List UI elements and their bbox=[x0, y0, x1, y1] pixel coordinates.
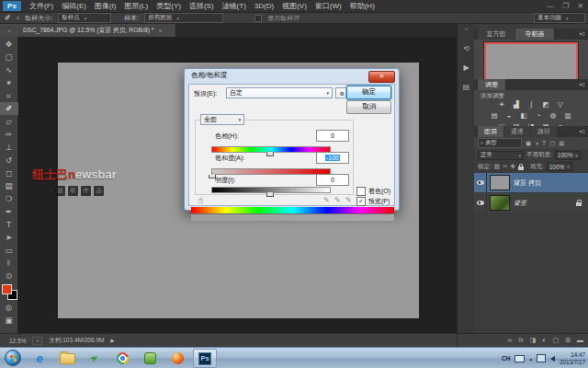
actions-panel-icon[interactable]: ▶ bbox=[463, 63, 469, 72]
menu-window[interactable]: 窗口(W) bbox=[315, 1, 342, 11]
lock-pixels-icon[interactable]: ✑ bbox=[503, 163, 507, 170]
history-brush-tool[interactable]: ↺ bbox=[0, 154, 18, 167]
dock-collapse-icon[interactable]: « bbox=[465, 24, 468, 33]
layer-group-icon[interactable]: ▢ bbox=[553, 337, 560, 344]
marquee-tool[interactable]: ▢ bbox=[0, 51, 18, 63]
brightness-contrast-icon[interactable]: ☀ bbox=[496, 100, 508, 109]
type-tool[interactable]: T bbox=[0, 218, 18, 231]
menu-select[interactable]: 选择(S) bbox=[189, 1, 214, 11]
filter-pixel-layers-icon[interactable]: ▣ bbox=[526, 140, 531, 147]
pen-tool[interactable]: ✒ bbox=[0, 205, 18, 218]
tab-adjustments[interactable]: 调整 bbox=[478, 79, 505, 90]
layer-thumbnail[interactable] bbox=[491, 196, 509, 210]
show-hidden-icons[interactable]: ▴ bbox=[529, 356, 532, 362]
curves-icon[interactable]: ∫ bbox=[526, 100, 537, 109]
black-white-icon[interactable]: ◧ bbox=[518, 111, 530, 120]
cancel-button[interactable]: 取消 bbox=[346, 100, 391, 114]
delete-layer-icon[interactable]: ▬ bbox=[577, 337, 583, 344]
tab-paths[interactable]: 路径 bbox=[531, 126, 557, 137]
close-button[interactable]: ✕ bbox=[577, 2, 583, 10]
zoom-tool[interactable]: ⊙ bbox=[0, 270, 18, 282]
filter-type-layers-icon[interactable]: T bbox=[542, 140, 546, 146]
lasso-tool[interactable]: ∿ bbox=[0, 63, 18, 76]
shape-tool[interactable]: ▭ bbox=[0, 244, 18, 257]
saturation-input[interactable]: -100 bbox=[316, 152, 349, 164]
ok-button[interactable]: 确定 bbox=[346, 86, 391, 99]
opacity-dropdown[interactable]: 100% ▾ bbox=[555, 151, 581, 160]
channel-dropdown[interactable]: 全图 ▾ bbox=[200, 114, 244, 125]
menu-3d[interactable]: 3D(D) bbox=[254, 2, 274, 10]
visibility-cell[interactable] bbox=[474, 173, 487, 192]
new-layer-icon[interactable]: ⊞ bbox=[565, 337, 571, 344]
taskbar-green-arrow-app[interactable]: ➤ bbox=[83, 349, 107, 368]
layer-filter-dropdown[interactable]: ⌕ 类型 bbox=[478, 138, 522, 148]
sample-size-dropdown[interactable]: 取样点 ▾ bbox=[58, 13, 111, 23]
eyedropper-sample-icon[interactable]: ✎ bbox=[323, 196, 330, 204]
layer-style-icon[interactable]: fx bbox=[519, 337, 524, 344]
menu-view[interactable]: 视图(V) bbox=[282, 1, 307, 11]
filter-shape-layers-icon[interactable]: ▢ bbox=[549, 140, 555, 147]
show-sampling-ring-checkbox[interactable] bbox=[254, 15, 262, 22]
menu-layer[interactable]: 图层(L) bbox=[124, 1, 148, 11]
exposure-icon[interactable]: ◩ bbox=[540, 100, 552, 109]
menu-type[interactable]: 类型(Y) bbox=[156, 1, 181, 11]
layer-mask-icon[interactable]: ◨ bbox=[530, 337, 537, 344]
tab-layers[interactable]: 图层 bbox=[478, 126, 503, 137]
healing-brush-tool[interactable]: ▱ bbox=[0, 115, 18, 128]
vibrance-icon[interactable]: ▽ bbox=[555, 100, 567, 109]
minimize-button[interactable]: — bbox=[547, 2, 554, 10]
tab-close-icon[interactable]: × bbox=[159, 28, 163, 34]
tab-histogram[interactable]: 直方图 bbox=[478, 29, 514, 40]
eyedropper-subtract-icon[interactable]: ✎ bbox=[345, 196, 352, 204]
language-indicator[interactable]: CH bbox=[502, 355, 510, 362]
status-arrow-icon[interactable]: ▶ bbox=[110, 338, 114, 343]
blend-mode-dropdown[interactable]: 正常 ▾ bbox=[478, 151, 524, 160]
menu-filter[interactable]: 滤镜(T) bbox=[222, 1, 246, 11]
preset-dropdown[interactable]: 自定 ▾ bbox=[226, 87, 333, 98]
quick-mask-button[interactable]: ◎ bbox=[0, 301, 18, 314]
eyedropper-tool[interactable]: ✐ bbox=[0, 102, 18, 115]
menu-file[interactable]: 文件(F) bbox=[29, 1, 53, 11]
lock-transparency-icon[interactable]: ▨ bbox=[494, 163, 500, 170]
on-image-adjustment-hand-icon[interactable]: ☝ bbox=[198, 195, 203, 205]
toolbar-collapse-header[interactable]: » bbox=[0, 24, 18, 38]
levels-icon[interactable]: ▟ bbox=[511, 100, 523, 109]
panel-menu-icon[interactable]: ▾≡ bbox=[579, 30, 585, 37]
taskbar-red-orb-app[interactable] bbox=[165, 349, 189, 368]
panel-menu-icon[interactable]: ▾≡ bbox=[579, 128, 585, 134]
crop-tool[interactable]: ⌗ bbox=[0, 89, 18, 102]
taskbar-green-app[interactable] bbox=[138, 349, 162, 368]
start-button[interactable] bbox=[5, 350, 21, 366]
hue-saturation-icon[interactable]: ▤ bbox=[489, 111, 501, 120]
filter-adjustment-layers-icon[interactable]: ◑ bbox=[535, 140, 538, 146]
menu-help[interactable]: 帮助(H) bbox=[350, 1, 375, 11]
status-dropdown-icon[interactable]: ▾ bbox=[32, 337, 42, 345]
path-selection-tool[interactable]: ➤ bbox=[0, 231, 18, 244]
saturation-slider[interactable] bbox=[211, 168, 331, 175]
link-layers-icon[interactable]: ∞ bbox=[508, 337, 513, 344]
layer-row-background[interactable]: 背景 bbox=[474, 193, 588, 213]
brush-tool[interactable]: ✑ bbox=[0, 128, 18, 141]
move-tool[interactable]: ✥ bbox=[0, 38, 18, 51]
clone-stamp-tool[interactable]: ⊥ bbox=[0, 141, 18, 154]
speaker-icon[interactable] bbox=[550, 356, 555, 362]
history-panel-icon[interactable]: ⟲ bbox=[463, 44, 469, 52]
menu-image[interactable]: 图像(I) bbox=[95, 1, 117, 11]
fill-dropdown[interactable]: 100% ▾ bbox=[547, 162, 572, 171]
quick-selection-tool[interactable]: ✶ bbox=[0, 76, 18, 89]
hue-input[interactable]: 0 bbox=[316, 130, 349, 142]
properties-panel-icon[interactable]: ▤ bbox=[463, 83, 470, 91]
taskbar-photoshop[interactable]: Ps bbox=[193, 349, 217, 368]
taskbar-file-explorer[interactable] bbox=[55, 349, 79, 368]
lightness-input[interactable]: 0 bbox=[316, 174, 349, 186]
tab-navigator[interactable]: 导航器 bbox=[515, 29, 554, 40]
keyboard-icon[interactable] bbox=[514, 355, 525, 362]
filter-smart-objects-icon[interactable]: ▤ bbox=[559, 140, 564, 147]
gradient-tool[interactable]: ▤ bbox=[0, 179, 18, 192]
photo-filter-icon[interactable]: ◔ bbox=[533, 111, 545, 120]
eraser-tool[interactable]: ◻ bbox=[0, 167, 18, 179]
tab-channels[interactable]: 通道 bbox=[504, 126, 530, 137]
adjustment-layer-icon[interactable]: ◐ bbox=[542, 337, 546, 344]
workspace-switcher[interactable]: 基本功能 ▾ bbox=[534, 13, 585, 23]
color-balance-icon[interactable]: ◒ bbox=[503, 111, 515, 120]
